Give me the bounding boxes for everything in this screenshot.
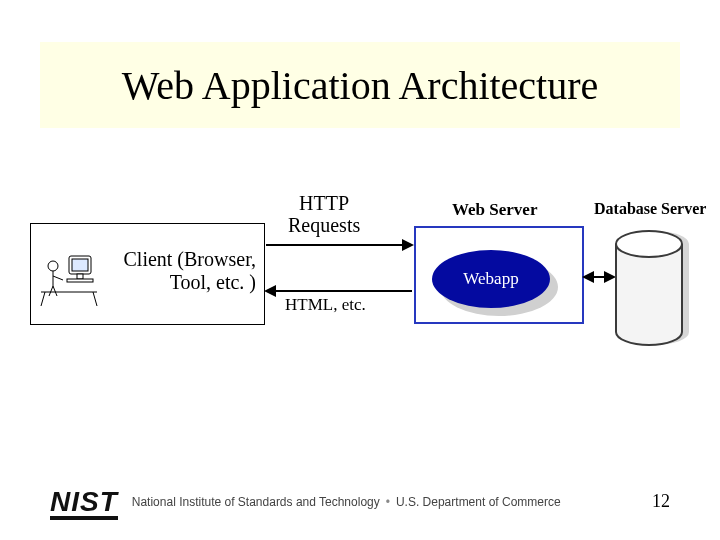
request-label: HTTP Requests (288, 192, 360, 236)
footer-separator: • (386, 495, 390, 509)
footer-org: National Institute of Standards and Tech… (132, 495, 380, 509)
request-arrow (266, 244, 412, 246)
slide-title: Web Application Architecture (122, 62, 599, 109)
svg-point-16 (616, 231, 682, 257)
web-server-label: Web Server (452, 200, 537, 220)
client-line2: Tool, etc. ) (170, 271, 256, 293)
svg-line-6 (93, 292, 97, 306)
client-label: Client (Browser, Tool, etc. ) (123, 248, 256, 294)
footer-dept: U.S. Department of Commerce (396, 495, 561, 509)
webapp-node: Webapp (432, 250, 550, 308)
svg-rect-3 (67, 279, 93, 282)
response-arrow (266, 290, 412, 292)
nist-logo: NIST (50, 486, 118, 518)
client-line1: Client (Browser, (123, 248, 256, 270)
svg-line-5 (41, 292, 45, 306)
client-icon (39, 252, 99, 307)
page-number: 12 (652, 491, 670, 512)
svg-rect-2 (77, 274, 83, 279)
svg-point-7 (48, 261, 58, 271)
slide: Web Application Architecture Client (Bro… (0, 0, 720, 540)
database-server-label: Database Server (594, 200, 706, 218)
title-band: Web Application Architecture (40, 42, 680, 128)
response-label: HTML, etc. (285, 295, 366, 315)
client-box: Client (Browser, Tool, etc. ) (30, 223, 265, 325)
footer: NIST National Institute of Standards and… (50, 486, 561, 518)
svg-rect-1 (72, 259, 88, 271)
database-icon (610, 230, 690, 355)
